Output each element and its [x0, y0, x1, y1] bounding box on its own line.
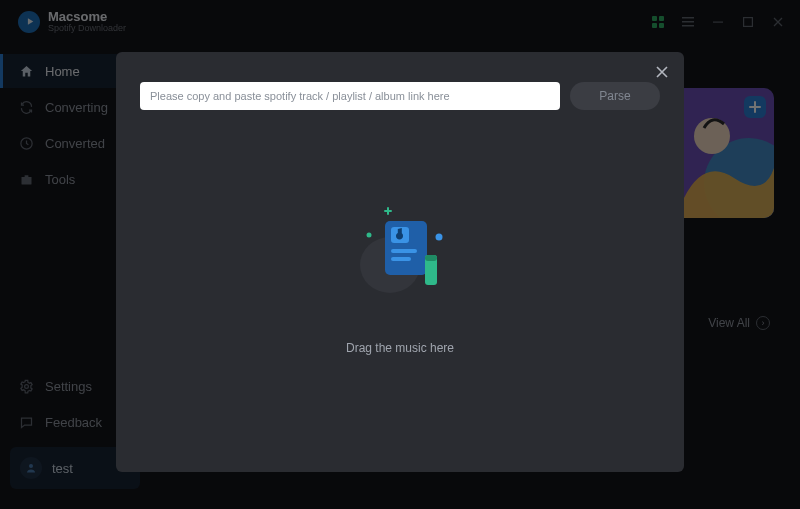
drop-hint-text: Drag the music here [346, 341, 454, 355]
modal-close-button[interactable] [650, 60, 674, 84]
svg-rect-21 [425, 255, 437, 261]
drop-zone[interactable]: Drag the music here [140, 110, 660, 448]
drop-illustration [345, 203, 455, 303]
paste-link-modal: Parse Drag the music here [116, 52, 684, 472]
svg-rect-18 [391, 249, 417, 253]
svg-point-23 [367, 233, 372, 238]
spotify-link-input[interactable] [140, 82, 560, 110]
modal-overlay[interactable]: Parse Drag the music here [0, 0, 800, 509]
parse-button[interactable]: Parse [570, 82, 660, 110]
svg-rect-19 [391, 257, 411, 261]
svg-point-22 [436, 234, 443, 241]
